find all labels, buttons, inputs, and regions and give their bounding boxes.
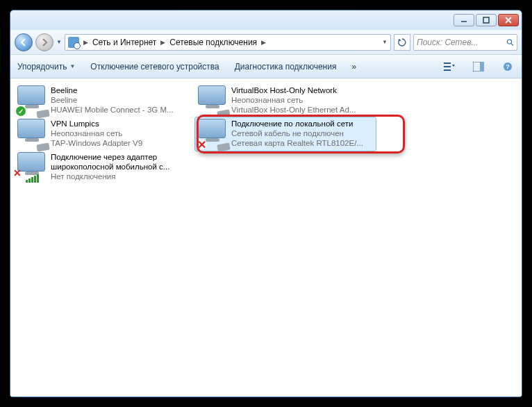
- forward-button[interactable]: [35, 33, 53, 51]
- svg-line-5: [511, 43, 513, 45]
- connection-device: HUAWEI Mobile Connect - 3G M...: [51, 105, 174, 115]
- overflow-label: »: [351, 62, 356, 72]
- chevron-right-icon[interactable]: ▶: [160, 39, 165, 46]
- connection-status: Beeline: [51, 95, 174, 105]
- titlebar: [10, 10, 522, 30]
- connection-icon: ✓: [17, 85, 47, 115]
- search-icon: [506, 38, 514, 47]
- connection-status: Неопознанная сеть: [231, 95, 356, 105]
- connection-item-vbox[interactable]: VirtualBox Host-Only Network Неопознанна…: [195, 84, 376, 117]
- organize-label: Упорядочить: [17, 62, 67, 72]
- svg-rect-8: [444, 69, 451, 71]
- view-options-button[interactable]: [441, 59, 458, 74]
- breadcrumb-current[interactable]: Сетевые подключения: [169, 38, 257, 47]
- connection-status: Неопознанная сеть: [51, 128, 142, 138]
- connection-item-mobile[interactable]: ✕ Подключение через адаптер широкополосн…: [15, 151, 195, 190]
- connections-grid: ✓ Beeline Beeline HUAWEI Mobile Connect …: [15, 84, 517, 190]
- status-error-icon: ✕: [197, 140, 206, 149]
- connection-device: VirtualBox Host-Only Ethernet Ad...: [231, 105, 356, 115]
- connection-name: Подключение по локальной сети: [231, 119, 363, 128]
- network-location-icon: [68, 37, 79, 48]
- address-bar[interactable]: ▶ Сеть и Интернет ▶ Сетевые подключения …: [65, 34, 391, 51]
- svg-rect-10: [480, 62, 484, 72]
- minimize-button[interactable]: [454, 14, 474, 26]
- status-ok-icon: ✓: [16, 106, 26, 116]
- help-button[interactable]: ?: [499, 59, 516, 74]
- connection-status: Нет подключения: [51, 172, 192, 181]
- diagnose-button[interactable]: Диагностика подключения: [233, 59, 338, 74]
- close-button[interactable]: [498, 14, 519, 26]
- svg-rect-7: [444, 66, 451, 67]
- connection-item-beeline[interactable]: ✓ Beeline Beeline HUAWEI Mobile Connect …: [15, 84, 195, 117]
- breadcrumb-root[interactable]: Сеть и Интернет: [92, 38, 156, 47]
- refresh-button[interactable]: [394, 34, 410, 51]
- address-dropdown-icon[interactable]: ▼: [382, 39, 388, 45]
- diagnose-label: Диагностика подключения: [235, 62, 337, 72]
- caret-down-icon: ▼: [69, 63, 75, 69]
- navbar: ▼ ▶ Сеть и Интернет ▶ Сетевые подключени…: [10, 30, 522, 55]
- back-button[interactable]: [15, 33, 33, 51]
- organize-menu[interactable]: Упорядочить▼: [16, 59, 76, 74]
- connection-device: Сетевая карта Realtek RTL8102E/...: [231, 138, 363, 148]
- svg-rect-6: [444, 63, 451, 64]
- disable-device-button[interactable]: Отключение сетевого устройства: [89, 59, 220, 74]
- explorer-window: ▼ ▶ Сеть и Интернет ▶ Сетевые подключени…: [10, 10, 522, 397]
- overflow-menu[interactable]: »: [350, 59, 358, 74]
- connection-name: VirtualBox Host-Only Network: [231, 85, 356, 95]
- maximize-button[interactable]: [476, 14, 497, 26]
- connection-name: VPN Lumpics: [51, 119, 142, 128]
- search-box[interactable]: [413, 34, 517, 51]
- preview-pane-button[interactable]: [470, 59, 487, 74]
- disable-label: Отключение сетевого устройства: [90, 62, 219, 72]
- toolbar: Упорядочить▼ Отключение сетевого устройс…: [10, 55, 522, 78]
- connection-icon: [198, 85, 227, 115]
- connection-name: Beeline: [51, 85, 174, 95]
- connection-icon: [17, 119, 47, 148]
- status-error-icon: ✕: [13, 167, 22, 178]
- connection-item-lan[interactable]: ✕ Подключение по локальной сети Сетевой …: [195, 117, 376, 151]
- content-area: ✓ Beeline Beeline HUAWEI Mobile Connect …: [10, 78, 522, 397]
- signal-bars-icon: [26, 174, 39, 183]
- svg-point-4: [508, 39, 512, 43]
- search-input[interactable]: [417, 38, 504, 47]
- connection-device: TAP-Windows Adapter V9: [51, 138, 142, 148]
- connection-item-vpn[interactable]: VPN Lumpics Неопознанная сеть TAP-Window…: [15, 117, 195, 151]
- svg-rect-1: [483, 17, 489, 23]
- connection-icon: ✕: [17, 152, 47, 181]
- chevron-right-icon[interactable]: ▶: [83, 39, 88, 46]
- connection-status: Сетевой кабель не подключен: [231, 128, 363, 138]
- connection-name: Подключение через адаптер широкополосной…: [51, 152, 192, 172]
- history-dropdown-icon[interactable]: ▼: [56, 39, 62, 45]
- chevron-right-icon[interactable]: ▶: [261, 39, 266, 46]
- svg-text:?: ?: [506, 63, 510, 70]
- connection-icon: ✕: [198, 119, 227, 148]
